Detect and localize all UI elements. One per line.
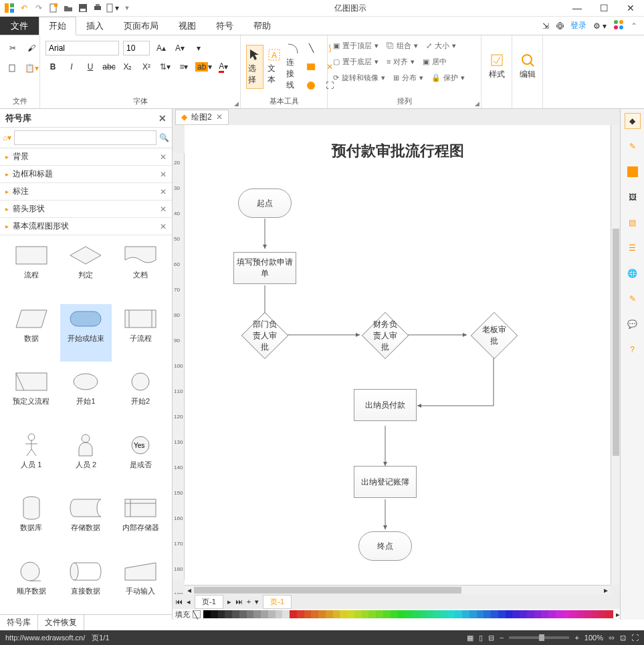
scrollbar-vertical[interactable]: [611, 125, 620, 585]
login-link[interactable]: 登录: [570, 20, 586, 31]
close-icon[interactable]: ✕: [160, 170, 167, 179]
color-swatch[interactable]: [541, 610, 548, 618]
shape-yesno[interactable]: Yes是或否: [114, 430, 167, 489]
color-swatch[interactable]: [527, 610, 534, 618]
page-next-icon[interactable]: ▸: [227, 598, 231, 606]
color-swatch[interactable]: [276, 610, 283, 618]
redo-icon[interactable]: ↷: [32, 1, 45, 15]
open-icon[interactable]: [62, 1, 75, 15]
zoom-out-icon[interactable]: −: [500, 634, 504, 642]
color-swatch[interactable]: [563, 610, 570, 618]
scrollbar-h-thumb[interactable]: [194, 587, 461, 594]
color-swatch[interactable]: [391, 610, 398, 618]
scrollbar-horizontal[interactable]: ◂ ▸: [185, 585, 611, 594]
color-swatch[interactable]: [599, 610, 606, 618]
font-more-icon[interactable]: ▾: [191, 41, 206, 55]
color-swatch[interactable]: [239, 610, 247, 618]
font-name-select[interactable]: [45, 41, 119, 55]
color-swatch[interactable]: [448, 610, 455, 618]
color-swatch[interactable]: [592, 610, 599, 618]
tab-start[interactable]: 开始: [39, 17, 76, 35]
close-button[interactable]: ✕: [617, 0, 644, 17]
note-tool-icon[interactable]: ✎: [625, 291, 641, 307]
color-swatch[interactable]: [253, 610, 261, 618]
shape-manual[interactable]: 手动输入: [114, 557, 167, 615]
color-swatch[interactable]: [383, 610, 391, 618]
shape-decision[interactable]: 判定: [60, 241, 112, 299]
increase-font-icon[interactable]: A▴: [154, 41, 169, 55]
color-swatch[interactable]: [491, 610, 498, 618]
shape-internal[interactable]: 内部存储器: [114, 493, 167, 551]
shape-start2[interactable]: 开始2: [114, 367, 167, 425]
color-swatch[interactable]: [354, 610, 362, 618]
color-swatch[interactable]: [232, 610, 239, 618]
category-flowchart[interactable]: ▸基本流程图形状✕: [0, 218, 172, 235]
bring-front-button[interactable]: ▣ 置于顶层 ▾: [333, 38, 379, 53]
node-dec2[interactable]: 财务负责人审批: [362, 312, 409, 360]
color-swatch[interactable]: [261, 610, 268, 618]
color-swatch[interactable]: [455, 610, 462, 618]
color-swatch[interactable]: [318, 610, 326, 618]
shape-predefined[interactable]: 预定义流程: [5, 367, 58, 425]
rect-tool-icon[interactable]: [304, 59, 318, 74]
view-mode2-icon[interactable]: ▯: [479, 634, 483, 642]
shape-seqdata[interactable]: 顺序数据: [5, 557, 58, 615]
color-swatch[interactable]: [297, 610, 304, 618]
font-color-icon[interactable]: A▾: [216, 59, 231, 74]
color-swatch[interactable]: [570, 610, 577, 618]
color-swatch[interactable]: [397, 610, 405, 618]
page-add-icon[interactable]: +: [247, 598, 251, 606]
category-callout[interactable]: ▸标注✕: [0, 183, 172, 201]
file-menu[interactable]: 文件: [0, 17, 39, 35]
bold-icon[interactable]: B: [45, 59, 60, 74]
color-swatch[interactable]: [477, 610, 484, 618]
canvas[interactable]: 预付款审批流行程图 起点 填写预付款申请单 部门负责人审批 财务负责人审批 老板…: [185, 125, 611, 585]
color-swatch[interactable]: [203, 610, 211, 618]
view-mode1-icon[interactable]: ▦: [467, 634, 473, 642]
node-step1[interactable]: 填写预付款申请单: [233, 252, 296, 284]
line-spacing-icon[interactable]: ⇅▾: [158, 59, 173, 74]
arrange-dialog-launcher[interactable]: ◢: [475, 100, 479, 107]
theme-tool-icon[interactable]: [625, 164, 641, 180]
fill-tool-icon[interactable]: ◆: [625, 113, 641, 129]
tab-recovery[interactable]: 文件恢复: [38, 615, 84, 630]
color-swatch[interactable]: [376, 610, 383, 618]
home-icon[interactable]: ⌂▾: [3, 133, 11, 142]
underline-icon[interactable]: U: [83, 59, 98, 74]
style-button[interactable]: 样式: [487, 50, 506, 83]
color-swatch[interactable]: [419, 610, 427, 618]
color-swatch[interactable]: [548, 610, 556, 618]
qat-dropdown-icon[interactable]: ▼: [120, 1, 134, 15]
logo-icon[interactable]: [613, 19, 624, 32]
print-icon[interactable]: [91, 1, 104, 15]
page-tab-active[interactable]: 页-1: [263, 595, 292, 609]
minimize-button[interactable]: —: [564, 0, 591, 17]
font-dialog-launcher[interactable]: ◢: [234, 100, 239, 107]
color-swatch[interactable]: [340, 610, 347, 618]
shape-directdata[interactable]: 直接数据: [60, 557, 112, 615]
color-swatch[interactable]: [606, 610, 613, 618]
tab-library[interactable]: 符号库: [0, 615, 38, 630]
color-swatch[interactable]: [247, 610, 254, 618]
color-swatch[interactable]: [304, 610, 312, 618]
layers-tool-icon[interactable]: ▤: [625, 215, 641, 231]
category-border[interactable]: ▸边框和标题✕: [0, 166, 172, 183]
bullets-icon[interactable]: ≡▾: [177, 59, 191, 74]
close-icon[interactable]: ✕: [160, 222, 167, 231]
color-swatch[interactable]: [577, 610, 584, 618]
shape-start1[interactable]: 开始1: [60, 367, 112, 425]
export-icon[interactable]: ▾: [106, 1, 119, 15]
edit-button[interactable]: 编辑: [518, 50, 537, 83]
undo-icon[interactable]: ↶: [17, 1, 31, 15]
close-icon[interactable]: ✕: [160, 205, 167, 214]
color-swatch[interactable]: [333, 610, 340, 618]
color-swatch[interactable]: [405, 610, 412, 618]
page-tab-1[interactable]: 页-1: [195, 595, 223, 609]
page-last-icon[interactable]: ⏭: [235, 598, 243, 606]
tab-view[interactable]: 视图: [169, 17, 206, 35]
app-icon[interactable]: [3, 1, 16, 15]
size-button[interactable]: ⤢ 大小 ▾: [426, 38, 456, 53]
fit-width-icon[interactable]: ⬄: [609, 634, 615, 642]
send-back-button[interactable]: ▢ 置于底层 ▾: [333, 54, 379, 69]
color-swatch[interactable]: [462, 610, 469, 618]
